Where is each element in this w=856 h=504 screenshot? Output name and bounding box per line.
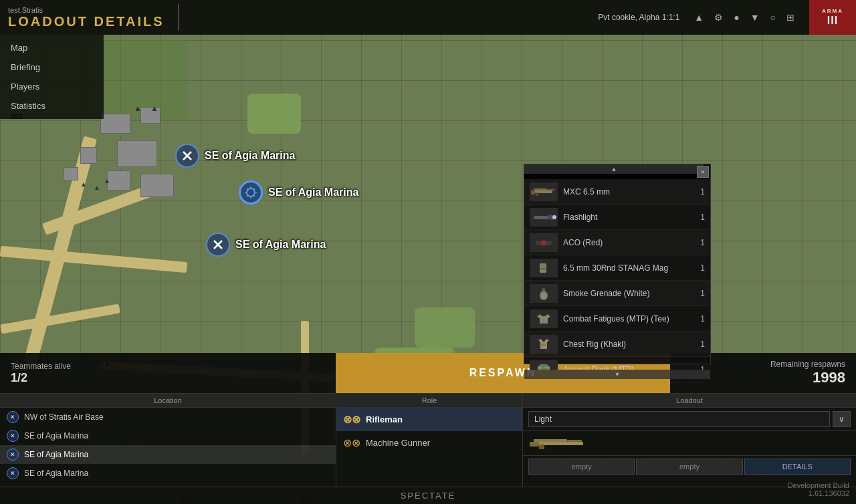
loadout-item-7: Assault Pack (MTP) 1 — [524, 357, 710, 370]
marker-icon-2 — [239, 180, 263, 205]
marker-icon-3 — [206, 233, 230, 257]
role-label-0: Rifleman — [366, 414, 403, 424]
item-count-6: 1 — [700, 340, 705, 349]
role-header: Role — [336, 394, 522, 408]
sidebar-item-statistics[interactable]: Statistics — [0, 96, 104, 116]
item-name-6: Chest Rig (Khaki) — [563, 340, 695, 349]
location-item-1[interactable]: ✕ SE of Agia Marina — [0, 426, 336, 445]
bottom-panel: Teammates alive 1/2 RESPAWN Remaining re… — [0, 353, 856, 504]
item-name-3: 6.5 mm 30Rnd STANAG Mag — [563, 263, 695, 273]
loadout-select[interactable]: Light — [528, 411, 830, 427]
server-name: test.Stratis — [8, 6, 165, 14]
spectate-label: SPECTATE — [401, 491, 456, 501]
location-item-3[interactable]: ✕ SE of Agia Marina — [0, 464, 336, 483]
location-marker-sm-3: ✕ — [7, 467, 19, 479]
item-count-7: 1 — [700, 365, 705, 370]
item-count-4: 1 — [700, 289, 705, 298]
respawn-row: Teammates alive 1/2 RESPAWN Remaining re… — [0, 353, 856, 393]
marker-icon-1 — [175, 144, 199, 168]
loadout-item-6: Chest Rig (Khaki) 1 — [524, 332, 710, 357]
marker-3[interactable]: SE of Agia Marina — [206, 233, 326, 257]
marker-label-1: SE of Agia Marina — [205, 150, 295, 162]
role-item-0[interactable]: ⊗⊗ Rifleman — [336, 408, 522, 431]
marker-label-2: SE of Agia Marina — [268, 186, 358, 199]
chevron-up-icon[interactable]: ▲ — [691, 9, 706, 25]
empty-button-2[interactable]: empty — [636, 459, 742, 475]
marker-1[interactable]: SE of Agia Marina — [175, 144, 295, 168]
item-icon-backpack — [530, 360, 558, 370]
teammates-count: 1/2 — [11, 371, 325, 385]
location-marker-sm-0: ✕ — [7, 411, 19, 423]
loadout-section: Loadout Light ∨ empty empty — [523, 394, 856, 487]
loadout-select-row: Light ∨ — [523, 408, 856, 431]
layers-icon[interactable]: ⊞ — [784, 9, 797, 25]
player-info: Pvt cookie, Alpha 1:1:1 — [598, 13, 679, 22]
sidebar-item-players[interactable]: Players — [0, 77, 104, 96]
settings-icon[interactable]: ⚙ — [712, 9, 726, 25]
chevron-down-icon[interactable]: ▼ — [748, 9, 762, 25]
loadout-preview-icon — [528, 434, 595, 453]
teammates-label: Teammates alive — [11, 362, 325, 371]
loadout-chevron[interactable]: ∨ — [833, 411, 851, 427]
item-icon-flashlight — [530, 208, 558, 227]
circle-icon: ○ — [768, 9, 778, 25]
scroll-down-arrow[interactable]: ▼ — [524, 370, 710, 379]
location-item-0[interactable]: ✕ NW of Stratis Air Base — [0, 408, 336, 426]
marker-label-3: SE of Agia Marina — [235, 239, 326, 251]
location-marker-sm-1: ✕ — [7, 430, 19, 442]
details-row: Location ✕ NW of Stratis Air Base ✕ SE o… — [0, 393, 856, 487]
loadout-item-5: Combat Fatigues (MTP) (Tee) 1 — [524, 306, 710, 332]
svg-rect-6 — [534, 188, 547, 191]
svg-rect-20 — [540, 267, 546, 267]
header: test.Stratis LOADOUT DETAILS Pvt cookie,… — [0, 0, 856, 35]
loadout-action-btns: empty empty DETAILS — [523, 456, 856, 477]
loadout-item-2: ACO (Red) 1 — [524, 230, 710, 255]
close-button[interactable]: × — [697, 166, 709, 178]
svg-rect-19 — [541, 265, 545, 266]
location-label-3: SE of Agia Marina — [24, 469, 88, 478]
header-right: Pvt cookie, Alpha 1:1:1 ▲ ⚙ ● ▼ ○ ⊞ — [598, 9, 804, 25]
svg-rect-34 — [534, 439, 567, 442]
sidebar-item-briefing[interactable]: Briefing — [0, 57, 104, 77]
loadout-items-list[interactable]: MXC 6.5 mm 1 Flashlight 1 — [524, 179, 710, 370]
dev-build-line2: 1.61.136032 — [788, 489, 849, 497]
location-marker-sm-2: ✕ — [7, 449, 19, 461]
item-count-0: 1 — [700, 187, 705, 197]
item-name-1: Flashlight — [563, 213, 695, 222]
remaining-respawns-count: 1998 — [813, 369, 845, 386]
svg-rect-36 — [530, 442, 539, 447]
role-section: Role ⊗⊗ Rifleman ⊗⊗ Machine Gunner — [336, 394, 523, 487]
teammates-section: Teammates alive 1/2 — [0, 353, 336, 393]
svg-rect-35 — [567, 440, 582, 442]
svg-rect-8 — [531, 191, 535, 195]
loadout-header: Loadout — [523, 394, 856, 408]
item-icon-scope — [530, 233, 558, 252]
remaining-respawns-label: Remaining respawns — [770, 360, 845, 369]
spectate-button[interactable]: SPECTATE — [0, 487, 856, 504]
dev-build: Development Build 1.61.136032 — [788, 481, 849, 497]
role-icon-0: ⊗⊗ — [343, 413, 360, 426]
marker-2[interactable]: SE of Agia Marina — [239, 180, 358, 205]
header-divider — [178, 4, 179, 31]
scroll-up-icon[interactable]: ▲ — [611, 166, 617, 172]
header-left: test.Stratis LOADOUT DETAILS — [0, 6, 178, 29]
location-item-2[interactable]: ✕ SE of Agia Marina — [0, 445, 336, 464]
loadout-item-1: Flashlight 1 — [524, 205, 710, 230]
item-count-5: 1 — [700, 314, 705, 324]
dev-build-line1: Development Build — [788, 481, 849, 489]
item-name-5: Combat Fatigues (MTP) (Tee) — [563, 314, 695, 324]
sidebar-item-map[interactable]: Map — [0, 38, 104, 57]
item-count-1: 1 — [700, 213, 705, 222]
item-icon-magazine — [530, 259, 558, 277]
loadout-item-0: MXC 6.5 mm 1 — [524, 179, 710, 205]
svg-rect-37 — [539, 445, 544, 449]
location-label-2: SE of Agia Marina — [24, 450, 88, 459]
empty-button-1[interactable]: empty — [528, 459, 635, 475]
item-count-2: 1 — [700, 238, 705, 247]
location-header: Location — [0, 394, 336, 408]
location-label-1: SE of Agia Marina — [24, 431, 88, 440]
svg-rect-22 — [540, 269, 546, 270]
scroll-down-icon: ▼ — [615, 371, 621, 378]
role-item-1[interactable]: ⊗⊗ Machine Gunner — [336, 431, 522, 455]
details-button[interactable]: DETAILS — [744, 459, 851, 475]
